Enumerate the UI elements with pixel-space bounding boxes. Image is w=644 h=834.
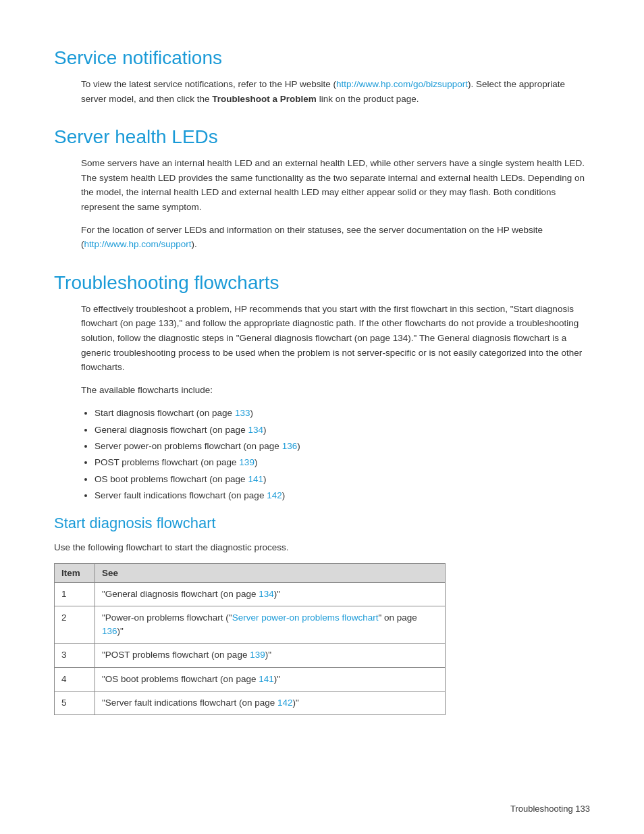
list-item-link-133[interactable]: 133: [235, 408, 250, 418]
list-item-text: OS boot problems flowchart (on page: [95, 474, 248, 484]
table-row: 3 "POST problems flowchart (on page 139)…: [55, 644, 446, 667]
footer-text: Troubleshooting 133: [510, 804, 590, 814]
list-item-link-141[interactable]: 141: [248, 474, 263, 484]
server-health-leds-heading: Server health LEDs: [54, 126, 590, 148]
table-cell-see: "Server fault indications flowchart (on …: [95, 691, 446, 714]
server-health-para2-end: ).: [192, 239, 197, 249]
table-row: 4 "OS boot problems flowchart (on page 1…: [55, 667, 446, 691]
list-item-end: ): [297, 441, 300, 451]
table-see-end: )": [274, 589, 280, 599]
table-see-text: "POST problems flowchart (on page: [102, 650, 250, 660]
page-footer: Troubleshooting 133: [510, 804, 590, 814]
service-notifications-text-end: link on the product page.: [317, 94, 419, 104]
table-cell-see: "OS boot problems flowchart (on page 141…: [95, 667, 446, 691]
table-cell-item: 2: [55, 606, 95, 644]
table-cell-see: "General diagnosis flowchart (on page 13…: [95, 582, 446, 606]
table-link-136[interactable]: 136: [102, 626, 117, 636]
service-notifications-paragraph: To view the latest service notifications…: [54, 77, 590, 106]
table-link-141[interactable]: 141: [259, 674, 274, 684]
table-link-server-power-on[interactable]: Server power-on problems flowchart: [232, 613, 379, 623]
diagnosis-table: Item See 1 "General diagnosis flowchart …: [54, 563, 446, 716]
list-item-text: Server power-on problems flowchart (on p…: [95, 441, 282, 451]
table-link-139[interactable]: 139: [250, 650, 265, 660]
troubleshoot-bold: Troubleshoot a Problem: [212, 94, 317, 104]
list-item-link-134[interactable]: 134: [248, 425, 263, 435]
table-see-end: )": [274, 674, 280, 684]
table-cell-item: 5: [55, 691, 95, 714]
table-row: 1 "General diagnosis flowchart (on page …: [55, 582, 446, 606]
table-row: 5 "Server fault indications flowchart (o…: [55, 691, 446, 714]
list-item-end: ): [250, 408, 253, 418]
service-notifications-heading: Service notifications: [54, 47, 590, 69]
list-item: POST problems flowchart (on page 139): [95, 454, 590, 471]
table-see-end: )": [265, 650, 271, 660]
start-diagnosis-intro: Use the following flowchart to start the…: [54, 540, 590, 555]
table-header-item: Item: [55, 563, 95, 582]
table-cell-see: "Power-on problems flowchart ("Server po…: [95, 606, 446, 644]
table-header-see: See: [95, 563, 446, 582]
table-see-text: "OS boot problems flowchart (on page: [102, 674, 259, 684]
table-see-text: "Power-on problems flowchart (": [102, 613, 232, 623]
table-cell-see: "POST problems flowchart (on page 139)": [95, 644, 446, 667]
list-item: Start diagnosis flowchart (on page 133): [95, 405, 590, 421]
service-notifications-text-before-link: To view the latest service notifications…: [81, 79, 336, 89]
table-see-text: "Server fault indications flowchart (on …: [102, 698, 277, 708]
table-see-end: " on page: [379, 613, 417, 623]
table-cell-item: 1: [55, 582, 95, 606]
list-item-text: General diagnosis flowchart (on page: [95, 425, 248, 435]
troubleshooting-para2: The available flowcharts include:: [54, 383, 590, 398]
list-item-text: POST problems flowchart (on page: [95, 457, 239, 467]
list-item-end: ): [263, 425, 267, 435]
server-health-leds-para1: Some servers have an internal health LED…: [54, 156, 590, 214]
list-item-end: ): [254, 457, 258, 467]
hp-support-link[interactable]: http://www.hp.com/support: [84, 239, 192, 249]
table-cell-item: 3: [55, 644, 95, 667]
list-item-link-139[interactable]: 139: [239, 457, 254, 467]
list-item: Server power-on problems flowchart (on p…: [95, 438, 590, 454]
list-item: General diagnosis flowchart (on page 134…: [95, 422, 590, 438]
troubleshooting-flowcharts-heading: Troubleshooting flowcharts: [54, 272, 590, 294]
table-see-end2: )": [117, 626, 124, 636]
table-link-134[interactable]: 134: [259, 589, 274, 599]
list-item-link-142[interactable]: 142: [267, 490, 282, 500]
table-link-142[interactable]: 142: [277, 698, 293, 708]
table-see-end: )": [292, 698, 298, 708]
list-item-text: Server fault indications flowchart (on p…: [95, 490, 267, 500]
flowchart-bullet-list: Start diagnosis flowchart (on page 133) …: [54, 405, 590, 504]
table-header-row: Item See: [55, 563, 446, 582]
list-item: Server fault indications flowchart (on p…: [95, 488, 590, 504]
list-item-text: Start diagnosis flowchart (on page: [95, 408, 235, 418]
bizsupport-link[interactable]: http://www.hp.com/go/bizsupport: [336, 79, 468, 89]
list-item-end: ): [263, 474, 267, 484]
table-cell-item: 4: [55, 667, 95, 691]
start-diagnosis-heading: Start diagnosis flowchart: [54, 515, 590, 532]
table-row: 2 "Power-on problems flowchart ("Server …: [55, 606, 446, 644]
list-item: OS boot problems flowchart (on page 141): [95, 471, 590, 488]
list-item-link-136[interactable]: 136: [282, 441, 298, 451]
diagnosis-table-container: Item See 1 "General diagnosis flowchart …: [54, 563, 590, 716]
troubleshooting-para1: To effectively troubleshoot a problem, H…: [54, 302, 590, 375]
table-see-text: "General diagnosis flowchart (on page: [102, 589, 259, 599]
list-item-end: ): [282, 490, 286, 500]
server-health-leds-para2: For the location of server LEDs and info…: [54, 223, 590, 252]
